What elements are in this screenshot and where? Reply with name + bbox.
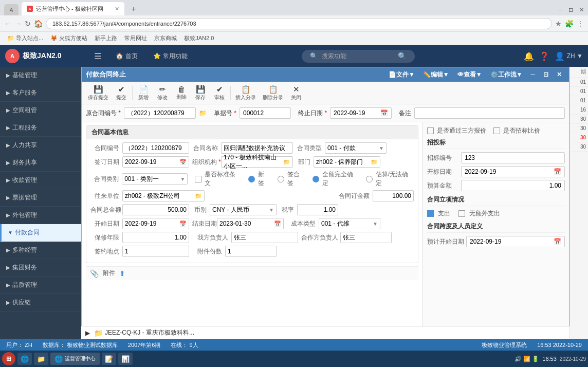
counterpart-input[interactable]: zh002 - 极致ZH公司 📁 — [122, 190, 205, 201]
open-date-input[interactable]: 2022-09-19 📅 — [461, 166, 565, 177]
right-nav-item-01a[interactable]: 01 — [570, 78, 588, 87]
right-nav-item-30a[interactable]: 30 — [570, 115, 588, 124]
sign-contract-radio[interactable] — [278, 176, 284, 182]
right-nav-item-01b[interactable]: 01 — [570, 87, 588, 96]
approve-btn[interactable]: ✔ 审核 — [210, 84, 229, 102]
currency-select[interactable]: CNY - 人民币 ▼ — [210, 204, 277, 215]
sidebar-item-shoukuanguanli[interactable]: ▶ 收款管理 — [0, 172, 81, 189]
sidebar-item-kehufuwu[interactable]: ▶ 客户服务 — [0, 84, 81, 102]
delete-btn[interactable]: 🗑 删除 — [172, 84, 191, 102]
yuan-hao-input[interactable]: （2022）120200879 — [124, 107, 196, 119]
menu-icon[interactable]: ⋮ — [577, 20, 584, 28]
view-menu-btn[interactable]: 👁查看▼ — [454, 69, 485, 80]
edit-menu-btn[interactable]: ✏️编辑▼ — [420, 69, 452, 80]
partner-person-input[interactable]: 张三 — [340, 232, 392, 243]
start-date-input[interactable]: 2022-09-19 📅 — [122, 218, 189, 229]
category-select[interactable]: 001 - 类别一 ▼ — [122, 173, 188, 185]
right-nav-item-qi[interactable]: 期 — [570, 67, 588, 78]
bookmark-new[interactable]: 新手上路 — [91, 33, 120, 43]
help-icon[interactable]: ❓ — [539, 51, 549, 61]
zhongzhi-date-input[interactable]: 2022-09-19 📅 — [330, 107, 392, 119]
sidebar-item-duozhongjingying[interactable]: ▶ 多种经营 — [0, 242, 81, 259]
workflow-menu-btn[interactable]: ⚙️工作流▼ — [487, 69, 526, 80]
sidebar-item-jichuguan[interactable]: ▶ 基础管理 — [0, 67, 81, 84]
bookmark-huhu[interactable]: 🦊 火狐方便站 — [47, 33, 90, 43]
sidebar-item-renligongxiang[interactable]: ▶ 人力共享 — [0, 137, 81, 154]
new-tab-button[interactable]: + — [127, 4, 140, 14]
yuan-hao-folder-icon[interactable]: 📁 — [199, 109, 207, 117]
bell-icon[interactable]: 🔔 — [524, 51, 534, 61]
nav-refresh-btn[interactable]: ↻ — [25, 20, 31, 28]
our-person-input[interactable]: 张三 — [231, 232, 298, 243]
no-external-checkbox[interactable] — [458, 210, 465, 217]
minimize-btn[interactable]: ─ — [558, 7, 562, 13]
taskbar-item-word[interactable]: 📝 — [102, 353, 116, 365]
tree-expand-btn[interactable]: ▶ — [85, 329, 90, 337]
browser-tab-inactive[interactable]: A — [4, 4, 19, 15]
org-folder-icon[interactable]: 📁 — [283, 159, 290, 166]
insert-entry-btn[interactable]: 📋 插入分录 — [232, 84, 259, 102]
sidebar-item-caiwugongxiang[interactable]: ▶ 财务共享 — [0, 154, 81, 172]
bookmark-icon[interactable]: ★ — [555, 20, 562, 28]
window-close-btn[interactable]: ✕ — [579, 7, 584, 13]
sidebar-item-piaojuguanli[interactable]: ▶ 票据管理 — [0, 189, 81, 207]
nav-common-item[interactable]: ⭐ 常用功能 — [148, 50, 193, 63]
sidebar-item-gongchengfuwu[interactable]: ▶ 工程服务 — [0, 119, 81, 137]
nav-search-box[interactable]: 🔍 搜索功能 🔍 — [302, 50, 415, 63]
cost-type-select[interactable]: 001 - 代维 ▼ — [319, 218, 380, 229]
address-bar[interactable]: 183.62.157.86:5677/jan/#/components/entr… — [46, 18, 552, 29]
dept-input[interactable]: zh002 - 保养部门 📁 — [314, 156, 380, 168]
save-submit-btn[interactable]: 💾 保存提交 — [85, 84, 112, 102]
sign-place-input[interactable]: 1 — [122, 246, 189, 257]
modal-minimize-btn[interactable]: ─ — [527, 70, 538, 79]
browser-tab-active[interactable]: A 运营管理中心 - 极致社区网 ✕ — [22, 2, 124, 15]
bid-no-input[interactable]: 123 — [461, 152, 565, 163]
right-nav-item-16[interactable]: 16 — [570, 105, 588, 115]
search-btn-icon[interactable]: 🔍 — [398, 52, 407, 60]
pay-out-checkbox[interactable] — [427, 210, 434, 217]
right-nav-item-30b[interactable]: 30 — [570, 124, 588, 133]
add-btn[interactable]: 📄 新增 — [134, 84, 153, 102]
modal-close-btn[interactable]: ✕ — [554, 70, 565, 79]
user-menu[interactable]: 👤 ZH ▼ — [555, 51, 583, 61]
dept-folder-icon[interactable]: 📁 — [371, 159, 378, 166]
warranty-input[interactable]: 1.00 — [122, 232, 189, 243]
nav-home-btn[interactable]: 🏠 — [34, 20, 43, 28]
end-date-calendar-icon[interactable]: 📅 — [274, 221, 281, 227]
sign-date-calendar-icon[interactable]: 📅 — [179, 159, 187, 166]
contract-name-input[interactable]: 回归满配数据补充协议 — [221, 142, 293, 154]
file-menu-btn[interactable]: 📄文件▼ — [385, 69, 418, 80]
contract-no-input[interactable]: （2022）120200879 — [122, 142, 189, 154]
open-date-calendar-icon[interactable]: 📅 — [554, 168, 561, 175]
taskbar-item-explorer[interactable]: 📁 — [34, 353, 48, 365]
bookmark-common[interactable]: 常用网址 — [121, 33, 150, 43]
danju-input[interactable]: 000012 — [240, 107, 291, 119]
nav-menu-toggle[interactable]: ☰ — [90, 49, 105, 63]
contract-type-select[interactable]: 001 - 付款 ▼ — [325, 142, 387, 154]
third-party-checkbox[interactable] — [427, 127, 434, 134]
full-amount-radio[interactable] — [313, 176, 319, 182]
taskbar-item-ie[interactable]: 🌐 — [17, 353, 32, 365]
est-start-input[interactable]: 2022-09-19 📅 — [466, 236, 565, 247]
sidebar-item-jituancaiwu[interactable]: ▶ 集团财务 — [0, 259, 81, 277]
bidding-checkbox[interactable] — [493, 127, 500, 134]
org-input[interactable]: 170 - 极致科技南山小区一... 📁 — [221, 156, 293, 168]
sidebar-item-fukuanhetong[interactable]: ▼ 付款合同 — [0, 224, 81, 242]
beizhu-input[interactable] — [414, 107, 565, 119]
save-btn[interactable]: 💾 保存 — [191, 84, 210, 102]
order-amount-input[interactable]: 100.00 — [373, 190, 414, 201]
start-button[interactable]: ⊞ — [2, 352, 15, 365]
maximize-btn[interactable]: ⊡ — [568, 7, 573, 13]
bookmark-jd[interactable]: 京东商城 — [151, 33, 180, 43]
attach-count-input[interactable]: 1 — [225, 246, 277, 257]
nav-forward-btn[interactable]: → — [14, 20, 22, 28]
extensions-icon[interactable]: 🧩 — [565, 20, 574, 28]
right-nav-item-01c[interactable]: 01 — [570, 96, 588, 105]
calc-radio[interactable] — [366, 176, 373, 182]
taskbar-item-chrome[interactable]: 🌐 运营管理中心 — [50, 353, 100, 365]
modal-restore-btn[interactable]: ⊡ — [540, 70, 552, 79]
nav-home-item[interactable]: 🏠 首页 — [111, 50, 143, 63]
start-date-calendar-icon[interactable]: 📅 — [179, 221, 187, 227]
counterpart-folder-icon[interactable]: 📁 — [195, 193, 202, 199]
right-nav-item-30d[interactable]: 30 — [570, 142, 588, 152]
